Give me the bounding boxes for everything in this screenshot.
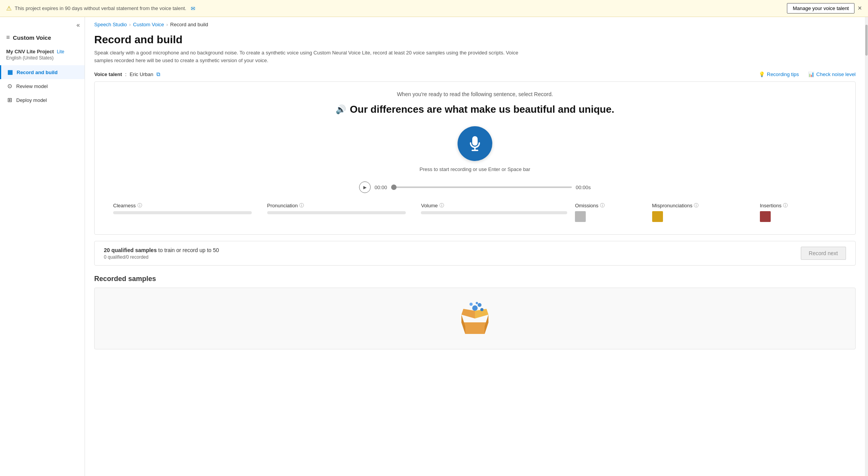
metric-clearness: Clearness ⓘ [113,202,267,214]
progress-thumb[interactable] [391,185,397,190]
metric-insertions: Insertions ⓘ [760,202,837,222]
voice-talent-label: Voice talent [94,71,122,77]
recording-sentence: 🔊 Our differences are what make us beaut… [107,103,843,115]
mic-icon [467,136,483,152]
menu-icon: ≡ [6,34,10,41]
svg-marker-0 [461,322,488,334]
sentence-text: Our differences are what make us beautif… [350,103,614,115]
play-button[interactable]: ▶ [359,181,371,193]
recording-tips-button[interactable]: 💡 Recording tips [759,71,799,77]
svg-point-6 [478,303,481,307]
pronunciation-info-icon[interactable]: ⓘ [299,202,304,209]
project-name: My CNV Lite Project Lite [6,49,78,54]
banner: ⚠ This project expires in 90 days withou… [0,0,868,17]
sidebar-item-record[interactable]: ▦ Record and build [0,65,85,79]
metrics-row: Clearness ⓘ Pronunciation ⓘ [107,202,843,222]
recorded-section: Recorded samples [85,272,865,349]
volume-bar-bg [421,211,567,214]
sidebar-toggle-area: « [0,20,85,32]
metric-pronunciation: Pronunciation ⓘ [267,202,421,214]
omissions-box [575,211,586,222]
record-button[interactable] [458,126,492,161]
volume-info-icon[interactable]: ⓘ [439,202,444,209]
project-language: English (United States) [6,55,78,61]
empty-box-illustration [456,301,494,336]
voice-talent-name: Eric Urban [130,71,153,77]
current-time: 00:00 [375,185,387,190]
banner-text: This project expires in 90 days without … [15,5,186,11]
voice-talent-info: Voice talent : Eric Urban ⧉ [94,71,160,78]
mic-area: Press to start recording or use Enter or… [107,126,843,172]
noise-chart-icon: 📊 [808,71,814,77]
breadcrumb-speech-studio[interactable]: Speech Studio [94,22,127,27]
metric-mispronunciations: Mispronunciations ⓘ [652,202,760,222]
omissions-label: Omissions ⓘ [575,202,652,209]
app-name-label: Custom Voice [13,34,51,41]
breadcrumb-custom-voice[interactable]: Custom Voice [133,22,164,27]
clearness-label-text: Clearness [113,203,136,208]
manage-voice-talent-button[interactable]: Manage your voice talent [787,3,854,14]
page-header: Record and build Speak clearly with a go… [85,27,865,67]
omissions-info-icon[interactable]: ⓘ [600,202,605,209]
sidebar-collapse-button[interactable]: « [76,22,80,29]
deploy-nav-icon: ⊞ [7,97,12,103]
noise-label: Check noise level [816,71,856,77]
mispronunciations-info-icon[interactable]: ⓘ [694,202,698,209]
voice-talent-row: Voice talent : Eric Urban ⧉ 💡 Recording … [85,67,865,81]
sidebar-item-review[interactable]: ⊙ Review model [0,79,85,93]
clearness-info-icon[interactable]: ⓘ [137,202,142,209]
insertions-label: Insertions ⓘ [760,202,837,209]
voice-talent-colon: : [125,71,127,77]
breadcrumb-sep-2: › [166,22,168,27]
breadcrumb: Speech Studio › Custom Voice › Record an… [85,17,865,27]
mispronunciations-label-text: Mispronunciations [652,203,693,208]
insertions-info-icon[interactable]: ⓘ [783,202,788,209]
banner-message: ⚠ This project expires in 90 days withou… [6,5,195,12]
clearness-bar-bg [113,211,252,214]
volume-label-text: Volume [421,203,437,208]
page-description: Speak clearly with a good microphone and… [94,49,519,64]
recording-prompt: When you're ready to read the following … [107,91,843,97]
qualified-info: 20 qualified samples to train or record … [104,247,219,260]
content-area: Speech Studio › Custom Voice › Record an… [85,17,865,476]
lite-tag: Lite [57,49,64,54]
page-title: Record and build [94,34,856,46]
pronunciation-label-text: Pronunciation [267,203,298,208]
audio-player: ▶ 00:00 00:00s [359,181,591,193]
svg-point-5 [472,305,478,311]
progress-track[interactable] [391,186,572,188]
record-nav-label: Record and build [17,69,58,75]
sidebar-app-name: ≡ Custom Voice [0,32,85,46]
scrollbar-thumb[interactable] [865,25,868,56]
record-nav-icon: ▦ [7,69,13,76]
recorded-samples-title: Recorded samples [94,275,856,283]
svg-point-8 [480,308,483,311]
voice-talent-actions: 💡 Recording tips 📊 Check noise level [759,71,856,77]
pronunciation-label: Pronunciation ⓘ [267,202,421,209]
review-nav-label: Review model [16,83,48,89]
breadcrumb-sep-1: › [129,22,131,27]
mispronunciations-label: Mispronunciations ⓘ [652,202,760,209]
recording-card: When you're ready to read the following … [94,81,856,235]
copy-icon[interactable]: ⧉ [156,71,160,78]
qualified-count: 20 qualified samples [104,247,157,253]
bottom-bar: 20 qualified samples to train or record … [94,241,856,266]
metric-volume: Volume ⓘ [421,202,575,214]
sidebar-item-deploy[interactable]: ⊞ Deploy model [0,93,85,107]
speaker-icon[interactable]: 🔊 [336,105,346,115]
sidebar: « ≡ Custom Voice My CNV Lite Project Lit… [0,17,85,476]
scrollbar-track[interactable] [865,17,868,476]
svg-marker-3 [461,309,475,318]
banner-close-button[interactable]: × [858,4,862,12]
svg-point-7 [470,303,473,306]
qualified-suffix: to train or record up to 50 [157,247,219,253]
sidebar-project: My CNV Lite Project Lite English (United… [0,46,85,62]
sidebar-nav: ▦ Record and build ⊙ Review model ⊞ Depl… [0,65,85,107]
breadcrumb-current: Record and build [170,22,208,27]
mail-icon[interactable]: ✉ [191,5,195,12]
insertions-box [760,211,771,222]
check-noise-level-button[interactable]: 📊 Check noise level [808,71,856,77]
svg-point-9 [476,302,478,304]
record-next-button[interactable]: Record next [801,247,846,260]
insertions-label-text: Insertions [760,203,782,208]
